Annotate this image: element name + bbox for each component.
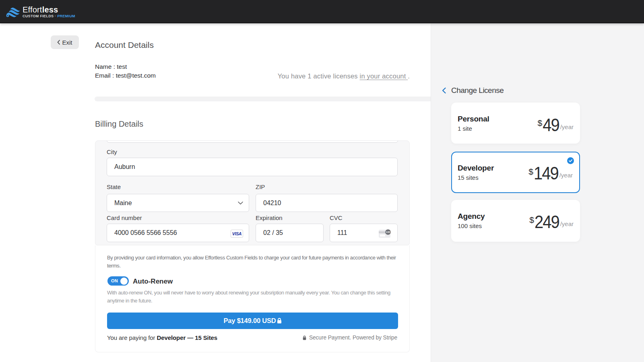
svg-text:135: 135 xyxy=(386,230,390,233)
